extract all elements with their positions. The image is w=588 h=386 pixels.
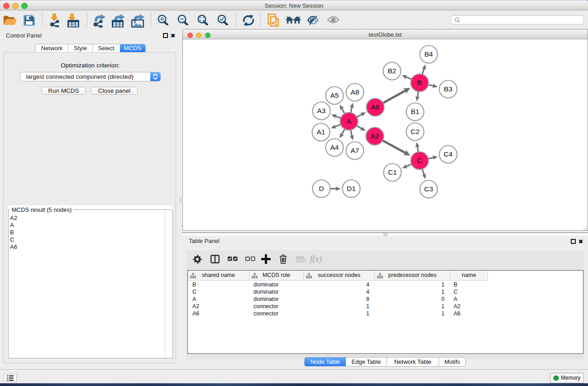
svg-text:B1: B1	[411, 108, 420, 115]
svg-text:A3: A3	[317, 107, 326, 114]
svg-text:A2: A2	[371, 132, 379, 140]
svg-text:C3: C3	[424, 185, 433, 193]
svg-text:B2: B2	[388, 67, 397, 75]
svg-text:B4: B4	[425, 50, 433, 58]
svg-text:B: B	[417, 79, 422, 86]
svg-text:C2: C2	[411, 128, 420, 135]
svg-text:A7: A7	[351, 147, 359, 154]
svg-text:A1: A1	[317, 128, 325, 136]
svg-text:D: D	[319, 185, 324, 192]
svg-text:A6: A6	[371, 103, 380, 111]
svg-text:A5: A5	[330, 91, 339, 99]
svg-text:A8: A8	[351, 88, 359, 96]
svg-text:C1: C1	[388, 168, 397, 176]
svg-text:C4: C4	[444, 150, 453, 158]
svg-text:A4: A4	[330, 143, 339, 151]
svg-text:D1: D1	[347, 185, 356, 192]
svg-text:A: A	[347, 117, 352, 125]
svg-text:C: C	[417, 157, 422, 164]
svg-text:B3: B3	[444, 85, 453, 93]
